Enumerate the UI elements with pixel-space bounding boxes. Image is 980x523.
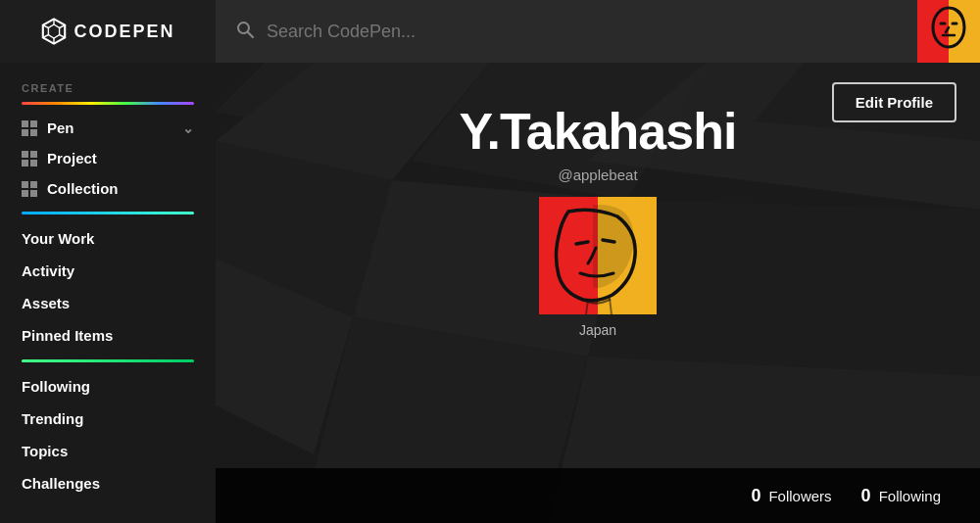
topics-label: Topics	[22, 443, 68, 459]
collection-label: Collection	[47, 180, 119, 197]
your-work-label: Your Work	[22, 230, 94, 247]
sidebar-item-pinned-items[interactable]: Pinned Items	[0, 319, 216, 352]
logo-text: CODEPEN	[74, 22, 174, 42]
collection-icon	[22, 181, 37, 197]
edit-profile-button[interactable]: Edit Profile	[832, 82, 956, 122]
sidebar-item-challenges[interactable]: Challenges	[0, 467, 216, 499]
profile-name: Y.Takahashi	[460, 102, 737, 161]
logo-area: CODEPEN	[0, 0, 216, 63]
followers-label: Followers	[768, 488, 831, 504]
sidebar-item-collection[interactable]: Collection	[0, 173, 216, 204]
stats-strip: 0 Followers 0 Following	[216, 468, 980, 523]
search-bar[interactable]	[216, 0, 917, 63]
svg-line-32	[576, 242, 588, 244]
pen-label: Pen	[47, 119, 74, 136]
project-label: Project	[47, 150, 97, 166]
pen-icon	[22, 120, 37, 136]
pinned-items-label: Pinned Items	[22, 327, 113, 344]
profile-location: Japan	[579, 322, 616, 338]
main-layout: CREATE Pen ⌄ Project Collection Your Wor…	[0, 63, 980, 523]
svg-marker-1	[49, 24, 60, 38]
chevron-down-icon: ⌄	[182, 120, 194, 136]
sidebar-item-project[interactable]: Project	[0, 143, 216, 173]
profile-avatar	[539, 197, 657, 314]
codepen-logo-icon	[40, 18, 68, 45]
profile-avatar-icon	[539, 197, 657, 314]
challenges-label: Challenges	[22, 475, 100, 492]
search-input[interactable]	[267, 22, 898, 42]
sidebar-item-topics[interactable]: Topics	[0, 435, 216, 467]
following-label: Following	[879, 488, 941, 504]
sidebar: CREATE Pen ⌄ Project Collection Your Wor…	[0, 63, 216, 523]
project-icon	[22, 151, 37, 166]
following-stat: 0 Following	[861, 486, 941, 506]
svg-line-9	[248, 31, 254, 37]
sidebar-item-trending[interactable]: Trending	[0, 403, 216, 435]
search-icon	[235, 20, 255, 44]
user-avatar-top[interactable]	[917, 0, 980, 63]
followers-count: 0	[751, 486, 760, 506]
following-label: Following	[22, 378, 90, 395]
sidebar-item-activity[interactable]: Activity	[0, 255, 216, 287]
sidebar-item-following[interactable]: Following	[0, 370, 216, 403]
sidebar-item-your-work[interactable]: Your Work	[0, 222, 216, 255]
svg-line-33	[603, 240, 614, 242]
sidebar-item-assets[interactable]: Assets	[0, 287, 216, 319]
followers-stat: 0 Followers	[751, 486, 831, 506]
create-section-label: CREATE	[0, 74, 216, 98]
sidebar-item-pen[interactable]: Pen ⌄	[0, 113, 216, 143]
activity-label: Activity	[22, 262, 74, 279]
content-area: Edit Profile Y.Takahashi @applebeat	[216, 63, 980, 523]
rainbow-divider	[22, 102, 194, 105]
assets-label: Assets	[22, 295, 70, 311]
profile-handle: @applebeat	[558, 166, 637, 183]
green-divider	[22, 359, 194, 362]
user-avatar-icon	[917, 0, 980, 63]
logo: CODEPEN	[40, 18, 174, 45]
blue-divider	[22, 212, 194, 214]
following-count: 0	[861, 486, 871, 506]
trending-label: Trending	[22, 410, 83, 427]
top-bar: CODEPEN	[0, 0, 980, 63]
